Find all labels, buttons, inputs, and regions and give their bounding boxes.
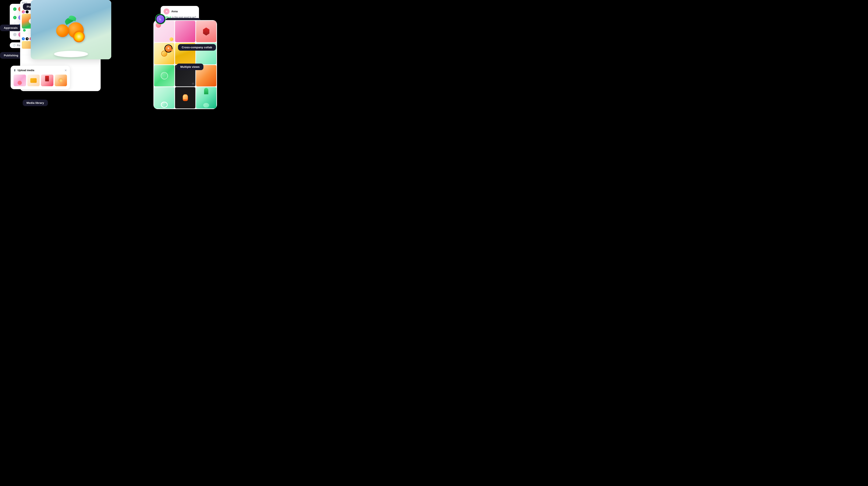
check-anne [13, 33, 17, 36]
approvals-text: Approvals [4, 26, 18, 29]
multiple-views-text: Multiple views [180, 65, 199, 68]
media-library-label: Media library [23, 100, 48, 106]
grid-cell-2 [175, 21, 195, 42]
feedback-anna-name: Anna [171, 10, 178, 13]
clock-icon: 🕐 [13, 44, 16, 46]
collab-text: Cross-company collab [182, 46, 212, 49]
upload-header: ⬆ Upload media ✕ [13, 69, 67, 72]
grid-cell-3 [196, 21, 216, 42]
tiktok-icon: ♪ [26, 10, 29, 13]
publishing-text: Publishing [4, 54, 18, 57]
feedback-anna-header: A Anna [164, 8, 196, 14]
close-button[interactable]: ✕ [64, 69, 67, 72]
collab-label: Cross-company collab [178, 44, 216, 51]
grid-cell-1 [154, 21, 175, 42]
connector-1 [14, 13, 15, 15]
main-image-card: f 𝕏 ◎ [31, 0, 111, 59]
approved-check: ✓ [23, 29, 26, 32]
media-thumb-2[interactable] [27, 74, 40, 86]
grid-cell-11 [175, 87, 195, 108]
main-image-bg [31, 0, 111, 59]
check-ingrid: ✓ [13, 16, 17, 19]
orange-whole-2 [56, 24, 69, 37]
upload-media-text: Upload media [18, 69, 34, 72]
multiple-views-label: Multiple views [177, 64, 204, 70]
upload-title: ⬆ Upload media [13, 69, 34, 72]
check-jack: ✓ [13, 7, 17, 11]
instagram-icon: ◎ [22, 10, 25, 13]
orange-half [73, 31, 85, 42]
collab-avatar-1: L [156, 14, 165, 24]
media-grid [13, 74, 67, 86]
twitter-icon-2: 𝕏 [26, 37, 29, 40]
publishing-label: Publishing [0, 52, 22, 59]
media-thumb-4[interactable] [55, 74, 67, 86]
upload-media-card: ⬆ Upload media ✕ [10, 66, 70, 89]
upload-icon: ⬆ [13, 69, 16, 72]
connector-2 [14, 22, 15, 24]
facebook-icon-2: f [22, 37, 25, 40]
grid-cell-10 [154, 87, 175, 108]
avatar-anna: A [164, 8, 169, 14]
grid-cell-12 [196, 87, 216, 108]
media-thumb-3[interactable] [41, 74, 53, 86]
media-thumb-1[interactable] [13, 74, 26, 86]
media-library-text: Media library [27, 101, 44, 104]
approvals-label: Approvals [0, 25, 22, 31]
grid-cell-7 [154, 65, 175, 87]
